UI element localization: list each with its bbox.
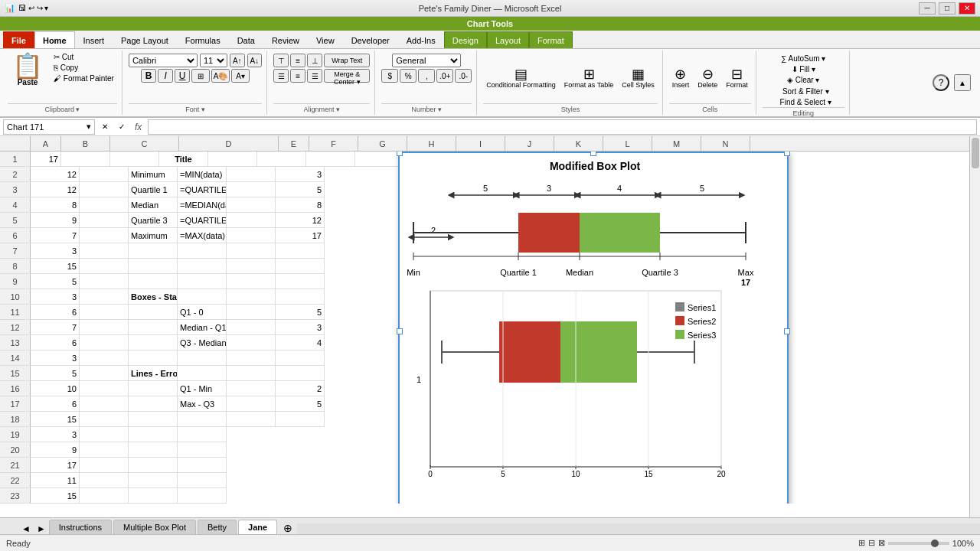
formula-input[interactable] <box>148 119 977 135</box>
row-header-4[interactable]: 4 <box>0 197 31 213</box>
cell-a3[interactable]: 12 <box>31 182 80 197</box>
tab-page-layout[interactable]: Page Layout <box>113 31 177 48</box>
cell-a18[interactable]: 15 <box>31 412 80 427</box>
cell-e3[interactable] <box>227 182 276 197</box>
cell-a4[interactable]: 8 <box>31 197 80 213</box>
cell-a10[interactable]: 3 <box>31 289 80 305</box>
col-header-n[interactable]: N <box>701 136 750 151</box>
fill-button[interactable]: ⬇ Fill ▾ <box>789 64 818 74</box>
align-left-button[interactable]: ☰ <box>273 69 289 83</box>
tab-developer[interactable]: Developer <box>343 31 398 48</box>
cell-e15[interactable] <box>227 366 276 381</box>
merge-center-button[interactable]: Merge & Center ▾ <box>324 69 370 83</box>
cell-d9[interactable] <box>178 274 227 289</box>
cell-c10[interactable]: Boxes - Stacked Bar Chart <box>129 289 178 305</box>
cell-f10[interactable] <box>276 289 325 305</box>
cell-f9[interactable] <box>276 274 325 289</box>
cell-f15[interactable] <box>276 366 325 381</box>
cell-f8[interactable] <box>276 259 325 274</box>
cell-b10[interactable] <box>80 289 129 305</box>
tab-format[interactable]: Format <box>529 31 573 48</box>
cell-e2[interactable] <box>227 167 276 182</box>
editing-label[interactable]: Editing <box>763 107 844 117</box>
copy-button[interactable]: ⎘ Copy <box>51 63 117 73</box>
cell-f16[interactable]: 2 <box>276 381 325 396</box>
cell-a6[interactable]: 7 <box>31 228 80 243</box>
row-header-1[interactable]: 1 <box>0 152 31 167</box>
cell-a16[interactable]: 10 <box>31 381 80 396</box>
align-right-button[interactable]: ☰ <box>307 69 322 83</box>
currency-button[interactable]: $ <box>381 69 398 83</box>
col-header-l[interactable]: L <box>603 136 652 151</box>
col-header-d[interactable]: D <box>179 136 279 151</box>
name-box-dropdown[interactable]: ▾ <box>87 122 91 132</box>
cell-c21[interactable] <box>129 458 178 473</box>
row-header-20[interactable]: 20 <box>0 442 31 458</box>
cell-d3[interactable]: =QUARTILE(data,1) <box>178 182 227 197</box>
formula-cancel-button[interactable]: ✕ <box>98 120 112 134</box>
horizontal-scrollbar[interactable] <box>297 523 980 534</box>
add-sheet-button[interactable]: ⊕ <box>279 522 297 534</box>
cells-label[interactable]: Cells <box>669 103 751 113</box>
row-header-17[interactable]: 17 <box>0 396 31 412</box>
view-page-button[interactable]: ⊟ <box>868 538 875 548</box>
cell-a21[interactable]: 17 <box>31 458 80 473</box>
sheet-tab-multiple[interactable]: Multiple Box Plot <box>113 520 196 534</box>
chart-handle-ml[interactable] <box>397 328 403 334</box>
cell-styles-button[interactable]: ▦ Cell Styles <box>619 66 658 90</box>
tab-formulas[interactable]: Formulas <box>177 31 229 48</box>
col-header-g[interactable]: G <box>358 136 407 151</box>
cell-f1[interactable] <box>257 152 306 167</box>
chart-handle-tr[interactable] <box>784 152 790 156</box>
cell-e14[interactable] <box>227 350 276 366</box>
cell-c17[interactable] <box>129 396 178 412</box>
cell-c2[interactable]: Minimum <box>129 167 178 182</box>
cell-c22[interactable] <box>129 473 178 488</box>
align-center-button[interactable]: ≡ <box>290 69 305 83</box>
cell-d23[interactable] <box>178 488 227 504</box>
font-label[interactable]: Font ▾ <box>129 103 262 113</box>
cell-b16[interactable] <box>80 381 129 396</box>
cell-a22[interactable]: 11 <box>31 473 80 488</box>
cell-b6[interactable] <box>80 228 129 243</box>
cell-d8[interactable] <box>178 259 227 274</box>
cell-g1[interactable] <box>306 152 355 167</box>
cell-d5[interactable]: =QUARTILE(data,3) <box>178 213 227 228</box>
row-header-22[interactable]: 22 <box>0 473 31 488</box>
cell-c16[interactable] <box>129 381 178 396</box>
cell-f14[interactable] <box>276 350 325 366</box>
cell-c11[interactable] <box>129 305 178 320</box>
col-header-a[interactable]: A <box>31 136 61 151</box>
sheet-tab-jane[interactable]: Jane <box>238 520 277 534</box>
cell-e10[interactable] <box>227 289 276 305</box>
percent-button[interactable]: % <box>400 69 416 83</box>
zoom-thumb[interactable] <box>931 540 939 547</box>
underline-button[interactable]: U <box>175 69 190 83</box>
cell-a15[interactable]: 5 <box>31 366 80 381</box>
tab-view[interactable]: View <box>308 31 343 48</box>
view-pagebreak-button[interactable]: ⊠ <box>878 538 885 548</box>
cell-d22[interactable] <box>178 473 227 488</box>
cell-d11[interactable]: Q1 - 0 <box>178 305 227 320</box>
vscroll-thumb[interactable] <box>972 138 979 168</box>
cell-b19[interactable] <box>80 427 129 442</box>
col-header-e[interactable]: E <box>279 136 309 151</box>
tab-design[interactable]: Design <box>444 31 487 48</box>
cell-a23[interactable]: 15 <box>31 488 80 504</box>
row-header-9[interactable]: 9 <box>0 274 31 289</box>
cell-b1[interactable] <box>61 152 110 167</box>
cell-f4[interactable]: 8 <box>276 197 325 213</box>
paste-button[interactable]: 📋 Paste <box>8 52 47 88</box>
cell-b12[interactable] <box>80 320 129 335</box>
cell-c1[interactable] <box>110 152 159 167</box>
cell-e4[interactable] <box>227 197 276 213</box>
row-header-7[interactable]: 7 <box>0 243 31 259</box>
cell-a9[interactable]: 5 <box>31 274 80 289</box>
row-header-19[interactable]: 19 <box>0 427 31 442</box>
vertical-scrollbar[interactable] <box>969 136 980 531</box>
styles-label[interactable]: Styles <box>483 103 657 113</box>
col-header-b[interactable]: B <box>61 136 110 151</box>
font-increase-button[interactable]: A↑ <box>230 54 245 67</box>
bold-button[interactable]: B <box>141 69 156 83</box>
cell-c9[interactable] <box>129 274 178 289</box>
